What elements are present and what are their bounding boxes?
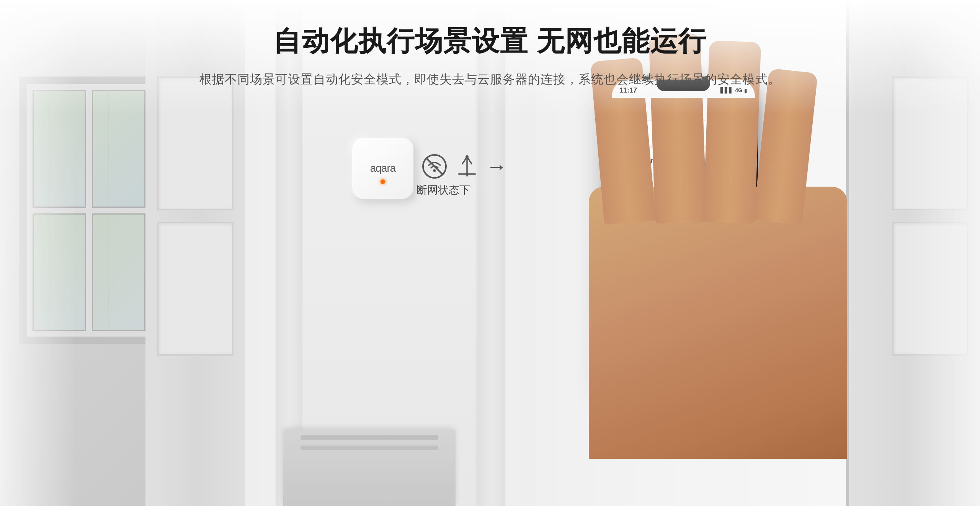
door-panel-top-left [157, 76, 234, 210]
door-panel-top-right [892, 76, 969, 210]
network-type: 4G [735, 87, 742, 93]
hand-phone-container: 11:17 ▋▋▋ 4G ▮ < lisi [574, 76, 861, 459]
signal-bars-icon: ▋▋▋ [720, 87, 733, 93]
hand [574, 96, 861, 459]
cabinet [283, 430, 456, 506]
door-panel-bottom-left [157, 222, 234, 356]
sub-title: 根据不同场景可设置自动化安全模式，即使失去与云服务器的连接，系统也会继续执行场景… [0, 71, 980, 88]
window-pane-1 [33, 90, 86, 208]
main-title: 自动化执行场景设置 无网也能运行 [0, 23, 980, 60]
signal-icon [456, 153, 479, 180]
disconnect-symbol: → [421, 153, 507, 180]
battery-icon: ▮ [744, 87, 747, 93]
svg-point-6 [466, 155, 469, 158]
svg-point-2 [433, 169, 436, 172]
arrow-right-icon: → [486, 154, 507, 179]
hub-logo: aqara [370, 162, 396, 174]
top-content: 自动化执行场景设置 无网也能运行 根据不同场景可设置自动化安全模式，即使失去与云… [0, 0, 980, 88]
disconnect-label: 断网状态下 [416, 183, 470, 197]
window-pane-2 [92, 90, 145, 208]
door-panel-bottom-right [892, 222, 969, 356]
no-wifi-icon [421, 153, 448, 180]
hub-device: aqara [352, 138, 413, 199]
window-pane-4 [33, 213, 86, 331]
status-icons: ▋▋▋ 4G ▮ [720, 87, 747, 93]
window-pane-5 [92, 213, 145, 331]
hub-led [381, 179, 385, 184]
